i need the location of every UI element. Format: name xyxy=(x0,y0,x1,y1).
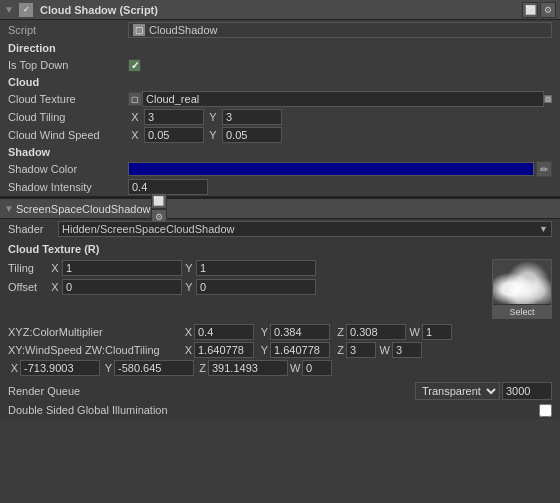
bottom-bookmark-icon[interactable]: ⬜ xyxy=(151,193,167,209)
double-sided-row: Double Sided Global Illumination xyxy=(0,401,560,419)
cm-y-input[interactable] xyxy=(270,324,330,340)
cm-x-input[interactable] xyxy=(194,324,254,340)
coord-z-input[interactable] xyxy=(208,360,288,376)
cm-y-axis: Y xyxy=(256,326,268,338)
coord-y-axis: Y xyxy=(102,362,112,374)
cloud-texture-picker-dot[interactable]: ○ xyxy=(544,95,552,103)
is-top-down-checkbox[interactable]: ✓ xyxy=(128,59,141,72)
wt-w-input[interactable] xyxy=(392,342,422,358)
texture-preview: Select xyxy=(492,259,552,319)
render-queue-row: Render Queue Transparent xyxy=(0,381,560,401)
wt-z-axis: Z xyxy=(332,344,344,356)
shadow-intensity-row: Shadow Intensity xyxy=(0,178,560,196)
coord-w-input[interactable] xyxy=(302,360,332,376)
cloud-wind-x[interactable] xyxy=(144,127,204,143)
cloud-tiling-row: Cloud Tiling X Y xyxy=(0,108,560,126)
cloud-texture-input[interactable] xyxy=(142,91,544,107)
shader-row: Shader Hidden/ScreenSpaceCloudShadow ▼ xyxy=(0,219,560,239)
texture-section: Cloud Texture (R) Tiling X Y Offset X xyxy=(0,239,560,323)
texture-section-label: Cloud Texture (R) xyxy=(8,243,552,255)
bottom-panel-icons: ⬜ ⚙ xyxy=(151,193,167,225)
cm-z-input[interactable] xyxy=(346,324,406,340)
script-field-value[interactable]: ▢ CloudShadow xyxy=(128,22,552,38)
tiling-y-axis: Y xyxy=(184,262,194,274)
offset-label: Offset xyxy=(8,281,48,293)
script-icon: ✓ xyxy=(19,3,33,17)
cloud-section-header: Cloud xyxy=(0,74,560,90)
texture-content: Tiling X Y Offset X Y xyxy=(8,259,552,319)
fold-arrow[interactable]: ▼ xyxy=(4,4,16,16)
shadow-intensity-label: Shadow Intensity xyxy=(8,181,128,193)
tiling-x-label: X xyxy=(128,111,142,123)
cloud-tiling-x[interactable] xyxy=(144,109,204,125)
cloud-tiling-label: Cloud Tiling xyxy=(8,111,128,123)
is-top-down-row: Is Top Down ✓ xyxy=(0,56,560,74)
shadow-color-swatch[interactable] xyxy=(128,162,534,176)
wt-x-input[interactable] xyxy=(194,342,254,358)
shadow-color-row: Shadow Color ✏ xyxy=(0,160,560,178)
tiling-y-label: Y xyxy=(206,111,220,123)
cloud-tiling-xy: X Y xyxy=(128,109,282,125)
script-file-icon: ▢ xyxy=(133,24,145,36)
top-panel-icons: ⬜ ⚙ xyxy=(522,2,556,18)
coord-w-axis: W xyxy=(290,362,300,374)
shader-value[interactable]: Hidden/ScreenSpaceCloudShadow ▼ xyxy=(58,221,552,237)
cloud-wind-row: Cloud Wind Speed X Y xyxy=(0,126,560,144)
offset-y-axis: Y xyxy=(184,281,194,293)
shadow-intensity-input[interactable] xyxy=(128,179,208,195)
offset-y-input[interactable] xyxy=(196,279,316,295)
coord-x-axis: X xyxy=(8,362,18,374)
shader-dropdown-arrow: ▼ xyxy=(539,224,548,234)
script-field-label: Script xyxy=(8,24,128,36)
offset-x-axis: X xyxy=(50,281,60,293)
select-button[interactable]: Select xyxy=(493,304,551,318)
direction-section-header: Direction xyxy=(0,40,560,56)
coord-y-input[interactable] xyxy=(114,360,194,376)
cm-w-axis: W xyxy=(408,326,420,338)
bottom-panel: ▼ ScreenSpaceCloudShadow ⬜ ⚙ Shader Hidd… xyxy=(0,197,560,419)
bottom-fold-arrow[interactable]: ▼ xyxy=(4,203,16,215)
tiling-x-input[interactable] xyxy=(62,260,182,276)
render-queue-label: Render Queue xyxy=(8,385,415,397)
color-picker-icon[interactable]: ✏ xyxy=(536,161,552,177)
shadow-color-label: Shadow Color xyxy=(8,163,128,175)
cm-w-input[interactable] xyxy=(422,324,452,340)
coord-x-input[interactable] xyxy=(20,360,100,376)
offset-row: Offset X Y xyxy=(8,278,484,296)
cloud-wind-xy: X Y xyxy=(128,127,282,143)
wt-y-input[interactable] xyxy=(270,342,330,358)
coords-row: X Y Z W xyxy=(0,359,560,377)
top-panel: ▼ ✓ Cloud Shadow (Script) ⬜ ⚙ Script ▢ C… xyxy=(0,0,560,197)
wind-y-label: Y xyxy=(206,129,220,141)
cloud-wind-y[interactable] xyxy=(222,127,282,143)
tiling-row: Tiling X Y xyxy=(8,259,484,277)
wt-x-axis: X xyxy=(180,344,192,356)
cm-x-axis: X xyxy=(180,326,192,338)
cloud-texture-file-icon: ▢ xyxy=(128,92,142,106)
tiling-y-input[interactable] xyxy=(196,260,316,276)
tiling-x-axis: X xyxy=(50,262,60,274)
bottom-panel-header: ▼ ScreenSpaceCloudShadow ⬜ ⚙ xyxy=(0,199,560,219)
wt-y-axis: Y xyxy=(256,344,268,356)
color-multiplier-row: XYZ:ColorMultiplier X Y Z W xyxy=(0,323,560,341)
cloud-texture-row: Cloud Texture ▢ ○ xyxy=(0,90,560,108)
cloud-wind-label: Cloud Wind Speed xyxy=(8,129,128,141)
bottom-panel-title: ScreenSpaceCloudShadow xyxy=(16,203,151,215)
bookmark-icon[interactable]: ⬜ xyxy=(522,2,538,18)
top-panel-title: Cloud Shadow (Script) xyxy=(36,4,522,16)
tiling-offset-rows: Tiling X Y Offset X Y xyxy=(8,259,484,296)
double-sided-checkbox[interactable] xyxy=(539,404,552,417)
render-queue-input[interactable] xyxy=(502,382,552,400)
shader-label: Shader xyxy=(8,223,58,235)
wt-z-input[interactable] xyxy=(346,342,376,358)
texture-fields: Tiling X Y Offset X Y xyxy=(8,259,484,319)
offset-x-input[interactable] xyxy=(62,279,182,295)
cloud-tiling-y[interactable] xyxy=(222,109,282,125)
color-multiplier-label: XYZ:ColorMultiplier xyxy=(8,326,178,338)
render-queue-select[interactable]: Transparent xyxy=(415,382,500,400)
tiling-label: Tiling xyxy=(8,262,48,274)
coord-z-axis: Z xyxy=(196,362,206,374)
gear-icon[interactable]: ⚙ xyxy=(540,2,556,18)
is-top-down-label: Is Top Down xyxy=(8,59,128,71)
double-sided-label: Double Sided Global Illumination xyxy=(8,404,539,416)
